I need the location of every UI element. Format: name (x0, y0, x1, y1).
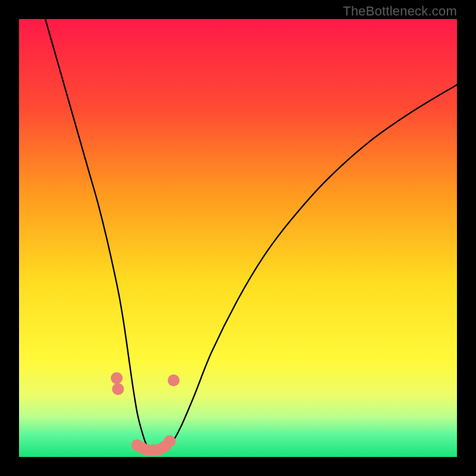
chart-frame: TheBottleneck.com (0, 0, 476, 476)
watermark-text: TheBottleneck.com (343, 4, 457, 19)
plot-area (19, 19, 457, 457)
highlight-dot (168, 374, 180, 386)
highlight-dot (112, 383, 124, 395)
highlight-dot (164, 436, 176, 447)
bottleneck-chart (19, 19, 457, 457)
highlight-dot (111, 372, 123, 384)
gradient-background (19, 19, 457, 457)
